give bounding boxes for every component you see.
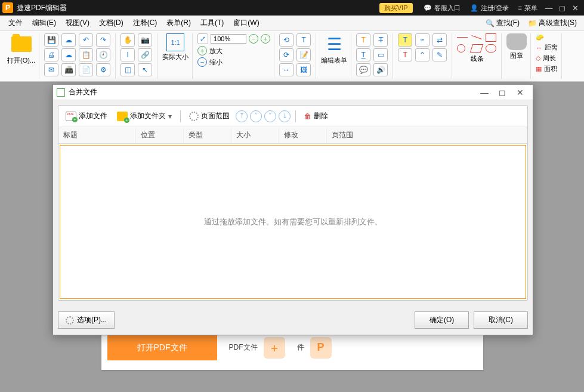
strike-icon[interactable]: T̶ (373, 33, 388, 47)
dialog-maximize-button[interactable]: ◻ (493, 88, 511, 97)
arrow-shape-icon[interactable] (471, 35, 481, 39)
login-link[interactable]: 👤 注册/登录 (470, 4, 509, 13)
note-icon[interactable]: 📝 (296, 48, 311, 61)
shape-picker (457, 33, 498, 53)
menu-view[interactable]: 视图(V) (61, 16, 94, 30)
buy-vip-button[interactable]: 购买VIP (379, 3, 413, 13)
dialog-titlebar[interactable]: 合并文件 — ◻ ✕ (53, 85, 533, 100)
edit-form-button[interactable]: ☰ 编辑表单 (321, 33, 347, 65)
p-file-icon[interactable]: P (310, 337, 332, 359)
print-icon[interactable]: 🖨 (44, 48, 58, 61)
col-title[interactable]: 标题 (58, 127, 136, 143)
rotate-cw-icon[interactable]: ⟳ (279, 48, 293, 61)
page-range-button[interactable]: 页面范围 (186, 109, 233, 123)
col-type[interactable]: 类型 (184, 127, 231, 143)
maximize-button[interactable]: ◻ (555, 4, 568, 13)
support-link[interactable]: 💬 客服入口 (424, 4, 461, 13)
move-bottom-button[interactable]: ⤓ (279, 110, 291, 122)
save-icon[interactable]: 💾 (44, 33, 58, 47)
fit-page-icon[interactable]: ⤢ (197, 33, 208, 44)
link-icon[interactable]: 🔗 (138, 48, 152, 61)
cancel-button[interactable]: 取消(C) (474, 311, 528, 329)
minimize-button[interactable]: — (542, 4, 555, 13)
add-folder-button[interactable]: + 添加文件夹 ▾ (113, 109, 175, 123)
measure-area-button[interactable]: ▦ 面积 (536, 64, 558, 73)
actual-size-button[interactable]: 1:1 实际大小 (162, 33, 189, 61)
measure-distance-button[interactable]: ↔ 距离 (536, 43, 558, 52)
mail-icon[interactable]: ✉ (44, 63, 58, 76)
col-position[interactable]: 位置 (136, 127, 184, 143)
line-shape-icon[interactable] (457, 37, 468, 38)
zoom-out-button[interactable]: − 缩小 (197, 57, 270, 67)
add-file-button[interactable]: + 添加文件 (62, 109, 111, 123)
delete-button[interactable]: 🗑 删除 (301, 109, 332, 123)
camera-icon[interactable]: 📷 (138, 33, 152, 47)
stamp-button[interactable]: 图章 (506, 33, 527, 60)
menu-link[interactable]: ≡ 菜单 (518, 4, 537, 13)
menu-file[interactable]: 文件 (4, 16, 27, 30)
circle-shape-icon[interactable] (457, 44, 465, 53)
highlight-icon[interactable]: T (356, 33, 370, 47)
undo-icon[interactable]: ↶ (79, 33, 93, 47)
paste-icon[interactable]: 📋 (79, 48, 93, 61)
menu-tools[interactable]: 工具(T) (196, 16, 228, 30)
clipboard-icon[interactable]: 📄 (79, 63, 93, 76)
menu-form[interactable]: 表单(R) (162, 16, 196, 30)
text-insert-icon[interactable]: ⌃ (415, 48, 429, 61)
measure-perimeter-button[interactable]: ◇ 周长 (536, 54, 558, 63)
text-highlight-icon[interactable]: T (398, 33, 412, 47)
text-box-icon[interactable]: ▭ (373, 48, 388, 61)
cloud-down-icon[interactable]: ☁ (61, 48, 76, 61)
move-top-button[interactable]: ⤒ (236, 110, 248, 122)
drop-zone[interactable]: 通过拖放添加文件。如有需要您可以重新排列文件。 (60, 145, 526, 299)
hand-icon[interactable]: ✋ (120, 33, 135, 47)
zoom-input[interactable] (211, 34, 246, 44)
callout-icon[interactable]: 💬 (356, 63, 370, 76)
add-file-icon[interactable]: ＋ (264, 337, 285, 359)
dialog-close-button[interactable]: ✕ (511, 88, 529, 97)
polygon-shape-icon[interactable] (470, 44, 484, 53)
move-down-button[interactable]: ˅ (264, 110, 276, 122)
image-icon[interactable]: 🖼 (296, 63, 311, 76)
menu-edit[interactable]: 编辑(E) (27, 16, 61, 30)
open-pdf-button[interactable]: 打开PDF文件 (107, 335, 217, 360)
dialog-minimize-button[interactable]: — (475, 88, 493, 97)
underline-icon[interactable]: T (356, 48, 370, 61)
menu-document[interactable]: 文档(D) (94, 16, 128, 30)
settings-icon[interactable]: ⚙ (96, 63, 110, 76)
pencil-icon[interactable]: ✎ (432, 48, 447, 61)
rotate-ccw-icon[interactable]: ⟲ (279, 33, 293, 47)
sound-icon[interactable]: 🔊 (373, 63, 388, 76)
redo-icon[interactable]: ↷ (96, 33, 110, 47)
rect-shape-icon[interactable] (486, 33, 496, 42)
pointer-icon[interactable]: ↖ (138, 63, 152, 76)
open-button[interactable]: 打开(O)... (7, 33, 35, 65)
move-up-button[interactable]: ˄ (250, 110, 262, 122)
eraser-button[interactable]: 🧽 (536, 33, 558, 41)
text-strike2-icon[interactable]: T (398, 48, 412, 61)
cloud-shape-icon[interactable] (486, 44, 496, 53)
zoom-minus-icon[interactable]: − (249, 34, 258, 44)
text-add-icon[interactable]: T (296, 33, 311, 47)
col-range[interactable]: 页范围 (327, 127, 527, 143)
zoom-plus-icon[interactable]: + (261, 34, 270, 44)
scan-icon[interactable]: 📠 (61, 63, 76, 76)
options-button[interactable]: 选项(P)... (58, 311, 115, 329)
menu-window[interactable]: 窗口(W) (228, 16, 264, 30)
col-modified[interactable]: 修改 (279, 127, 327, 143)
close-button[interactable]: ✕ (568, 4, 582, 13)
open-label: 打开(O)... (7, 56, 35, 65)
history-icon[interactable]: 🕘 (96, 48, 110, 61)
select-icon[interactable]: I (120, 48, 135, 61)
col-size[interactable]: 大小 (231, 127, 279, 143)
ok-button[interactable]: 确定(O) (415, 311, 469, 329)
zoom-in-button[interactable]: + 放大 (197, 46, 270, 55)
fit-width-icon[interactable]: ↔ (279, 63, 293, 76)
crop-icon[interactable]: ◫ (120, 63, 135, 76)
advanced-find-button[interactable]: 📁 高级查找(S) (524, 17, 580, 29)
menu-comment[interactable]: 注释(C) (128, 16, 162, 30)
text-replace-icon[interactable]: ⇄ (432, 33, 447, 47)
find-button[interactable]: 🔍 查找(F) (482, 17, 523, 29)
cloud-up-icon[interactable]: ☁ (61, 33, 76, 47)
text-squiggle-icon[interactable]: ≈ (415, 33, 429, 47)
